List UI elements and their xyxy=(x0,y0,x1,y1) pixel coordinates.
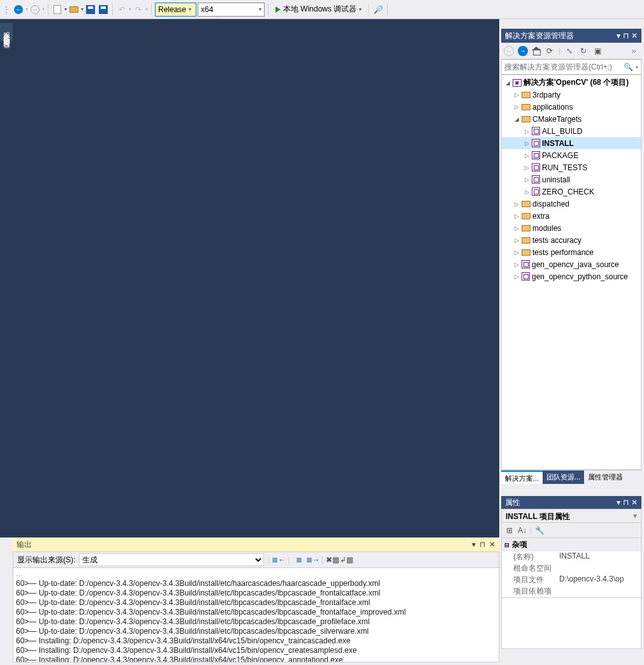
server-explorer-tab[interactable]: 服务器资源管理器 xyxy=(0,23,13,41)
tree-item[interactable]: ▷INSTALL xyxy=(502,137,641,149)
tree-item[interactable]: ▷tests accuracy xyxy=(502,234,641,246)
tree-item[interactable]: ▷ZERO_CHECK xyxy=(502,186,641,198)
dropdown-icon[interactable]: ▾ xyxy=(472,540,476,549)
expand-icon[interactable]: ▷ xyxy=(513,201,520,207)
properties-category[interactable]: ⊟ 杂项 xyxy=(502,538,641,552)
tree-item[interactable]: ◢CMakeTargets xyxy=(502,113,641,125)
open-button[interactable] xyxy=(68,4,80,15)
project-icon xyxy=(532,151,540,159)
tab-team-explorer[interactable]: 团队资源... xyxy=(543,471,584,484)
expand-icon[interactable]: ▷ xyxy=(523,152,530,159)
collapse-icon[interactable]: ⤡ xyxy=(564,46,574,56)
output-toolbar: 显示输出来源(S): 生成 | ≣← | ≣ ≣→ | ✖▦ ↲▦ xyxy=(13,552,499,568)
close-icon[interactable]: ✕ xyxy=(489,540,495,549)
solution-explorer-toolbar: ← → ⟳ | ⤡ ↻ ▣ » xyxy=(501,43,641,59)
configuration-dropdown[interactable]: Release▾ xyxy=(155,3,196,17)
undo-button[interactable]: ↶ xyxy=(116,4,128,15)
tree-item[interactable]: ▷PACKAGE xyxy=(502,149,641,161)
output-source-select[interactable]: 生成 xyxy=(79,553,264,566)
nav-back-button[interactable]: ← xyxy=(13,4,24,15)
solution-search-input[interactable] xyxy=(504,62,624,71)
tree-item[interactable]: ▷tests performance xyxy=(502,246,641,258)
platform-dropdown[interactable]: x64▾ xyxy=(198,3,265,17)
tree-item[interactable]: ▷3rdparty xyxy=(502,89,641,101)
refresh-icon[interactable]: ↻ xyxy=(578,46,589,56)
pin-icon[interactable]: ⊓ xyxy=(623,31,629,40)
overflow-icon[interactable]: » xyxy=(629,46,639,56)
folder-icon xyxy=(522,237,531,244)
sync-icon[interactable]: ⟳ xyxy=(545,46,555,56)
alphabetical-icon[interactable]: A↓ xyxy=(517,525,527,536)
expand-icon[interactable]: ▷ xyxy=(523,128,530,135)
show-all-icon[interactable]: ▣ xyxy=(592,46,603,56)
dropdown-arrow-icon[interactable]: ▾ xyxy=(64,6,67,12)
categorized-icon[interactable]: ⊞ xyxy=(504,525,515,536)
output-text[interactable]: ... 60>— Up-to-date: D:/opencv-3.4.3/ope… xyxy=(13,568,499,662)
expand-icon[interactable]: ▷ xyxy=(513,213,520,219)
find-button[interactable]: 🔎 xyxy=(372,4,384,15)
wrap-icon[interactable]: ↲▦ xyxy=(342,555,352,565)
expand-icon[interactable]: ▷ xyxy=(523,189,530,195)
close-icon[interactable]: ✕ xyxy=(631,31,638,40)
clear-icon[interactable]: ✖▦ xyxy=(328,555,338,565)
close-icon[interactable]: ✕ xyxy=(631,498,638,507)
solution-search-box[interactable]: 🔍 ▾ xyxy=(501,59,641,75)
se-back-button[interactable]: ← xyxy=(504,46,514,56)
tree-item[interactable]: ▷gen_opencv_python_source xyxy=(502,270,641,282)
properties-description xyxy=(502,597,641,648)
tree-item[interactable]: ▷modules xyxy=(502,222,641,234)
tree-item[interactable]: ▷extra xyxy=(502,210,641,222)
dropdown-icon[interactable]: ▾ xyxy=(617,31,620,40)
expand-icon[interactable]: ▷ xyxy=(513,225,520,231)
expand-icon[interactable]: ▷ xyxy=(513,249,520,256)
wrench-icon[interactable]: 🔧 xyxy=(534,525,545,536)
dropdown-icon[interactable]: ▾ xyxy=(617,498,620,507)
tree-item[interactable]: ▷uninstall xyxy=(502,173,641,186)
project-icon xyxy=(532,187,540,196)
expand-icon[interactable]: ▷ xyxy=(513,104,520,110)
home-icon[interactable] xyxy=(532,47,541,55)
dropdown-arrow-icon[interactable]: ▾ xyxy=(129,6,131,12)
expand-icon[interactable]: ◢ xyxy=(504,80,511,86)
goto-next-icon[interactable]: ≣→ xyxy=(308,555,318,565)
tree-item[interactable]: ▷gen_opencv_java_source xyxy=(502,258,641,270)
tree-item[interactable]: ▷ALL_BUILD xyxy=(502,125,641,137)
pin-icon[interactable]: ⊓ xyxy=(623,498,629,507)
dropdown-arrow-icon[interactable]: ▾ xyxy=(26,6,28,12)
save-button[interactable] xyxy=(85,4,96,15)
property-row[interactable]: 根命名空间 xyxy=(502,563,641,574)
new-file-button[interactable] xyxy=(52,4,63,15)
expand-icon[interactable]: ▷ xyxy=(513,237,520,244)
se-forward-button[interactable]: → xyxy=(518,46,528,56)
tab-property-manager[interactable]: 属性管理器 xyxy=(584,471,627,484)
property-row[interactable]: (名称)INSTALL xyxy=(502,552,641,563)
dropdown-arrow-icon[interactable]: ▾ xyxy=(42,6,45,12)
expand-icon[interactable]: ▷ xyxy=(523,177,530,183)
output-line: 60>— Up-to-date: D:/opencv-3.4.3/opencv-… xyxy=(16,608,496,617)
solution-root[interactable]: ◢ ▣ 解决方案'OpenCV' (68 个项目) xyxy=(502,77,641,89)
property-row[interactable]: 项目文件D:\opencv-3.4.3\op xyxy=(502,574,641,586)
save-all-button[interactable] xyxy=(98,4,109,15)
tree-item[interactable]: ▷applications xyxy=(502,101,641,113)
tree-item[interactable]: ▷dispatched xyxy=(502,198,641,210)
expand-icon[interactable]: ▷ xyxy=(513,92,520,98)
expand-icon[interactable]: ◢ xyxy=(513,116,520,122)
nav-forward-button[interactable]: → xyxy=(29,4,41,15)
expand-icon[interactable]: ▷ xyxy=(523,140,530,147)
start-debugging-button[interactable]: 本地 Windows 调试器 ▾ xyxy=(272,3,365,17)
expand-icon[interactable]: ▷ xyxy=(513,274,520,280)
tree-item[interactable]: ▷RUN_TESTS xyxy=(502,161,641,173)
search-dropdown-icon[interactable]: ▾ xyxy=(636,64,638,70)
goto-prev-icon[interactable]: ≣← xyxy=(274,555,284,565)
dropdown-arrow-icon[interactable]: ▾ xyxy=(81,6,84,12)
properties-panel: 属性 ▾ ⊓ ✕ INSTALL 项目属性 ▾ ⊞ A↓ | 🔧 ⊟ 杂项 (名… xyxy=(501,496,641,649)
goto-icon[interactable]: ≣ xyxy=(294,555,304,565)
editor-area xyxy=(0,19,499,537)
property-row[interactable]: 项目依赖项 xyxy=(502,586,641,597)
pin-icon[interactable]: ⊓ xyxy=(479,540,485,549)
redo-button[interactable]: ↷ xyxy=(133,4,144,15)
expand-icon[interactable]: ▷ xyxy=(513,261,520,268)
tab-solution-explorer[interactable]: 解决方案... xyxy=(501,471,543,484)
expand-icon[interactable]: ▷ xyxy=(523,164,530,171)
dropdown-arrow-icon[interactable]: ▾ xyxy=(145,6,148,12)
